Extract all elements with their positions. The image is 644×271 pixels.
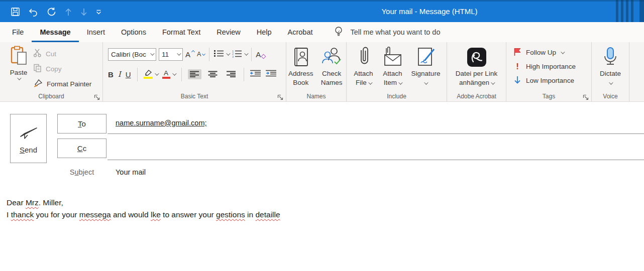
attach-item-button[interactable]: AttachItem <box>379 45 406 87</box>
save-icon[interactable] <box>11 8 20 16</box>
basic-text-dialog-launcher-icon[interactable] <box>277 93 283 99</box>
font-name-value: Calibri (Boc <box>111 51 146 58</box>
bullets-dropdown-icon <box>227 51 231 55</box>
paperclip-icon <box>357 45 370 69</box>
bullets-button[interactable] <box>213 49 229 59</box>
font-size-value: 11 <box>162 51 169 58</box>
attach-file-button[interactable]: AttachFile <box>350 45 377 87</box>
basic-text-row2: B I U A <box>108 67 277 81</box>
font-color-button[interactable]: A <box>162 70 175 79</box>
highlight-button[interactable] <box>144 70 158 79</box>
clear-formatting-icon <box>261 54 266 59</box>
paste-button[interactable]: Paste <box>6 46 31 80</box>
follow-up-button[interactable]: Follow Up <box>513 47 576 58</box>
increase-indent-button[interactable] <box>266 70 277 79</box>
tab-insert[interactable]: Insert <box>79 22 113 42</box>
decrease-indent-button[interactable] <box>250 70 261 79</box>
message-body[interactable]: Dear Mrz. Miller,I thanck you for your m… <box>7 197 280 221</box>
outlook-message-window: Your mail - Message (HTML) FileMessageIn… <box>0 0 644 271</box>
check-names-button[interactable]: CheckNames <box>317 45 347 87</box>
font-size-dropdown-icon <box>177 51 181 55</box>
names-group-label: Names <box>286 93 346 100</box>
font-color-icon: A <box>162 70 170 79</box>
tell-me-box[interactable]: Tell me what you want to do <box>334 22 441 42</box>
clear-formatting-letter: A <box>256 50 261 59</box>
high-importance-button[interactable]: ! High Importance <box>513 61 576 72</box>
clipboard-dialog-launcher-icon[interactable] <box>94 93 100 99</box>
bold-button[interactable]: B <box>108 70 114 79</box>
font-name-select[interactable]: Calibri (Boc <box>108 48 156 61</box>
dictate-button[interactable]: Dictate <box>595 45 625 87</box>
numbering-icon: 123 <box>232 49 242 60</box>
font-size-select[interactable]: 11 <box>159 48 183 61</box>
font-name-dropdown-icon <box>150 51 154 55</box>
subject-field[interactable]: Your mail <box>116 168 146 176</box>
grow-font-button[interactable]: A <box>185 50 194 59</box>
cc-button[interactable]: Cc <box>57 139 106 158</box>
microphone-icon <box>603 45 618 69</box>
acrobat-icon <box>467 45 487 69</box>
copy-button: Copy <box>33 61 91 76</box>
tab-options[interactable]: Options <box>113 22 154 42</box>
to-recipient[interactable]: name.surname@gmail.com; <box>116 119 207 127</box>
body-line: I thanck you for your messega and would … <box>7 209 280 221</box>
group-voice: Dictate Voice <box>592 42 629 101</box>
tab-format-text[interactable]: Format Text <box>154 22 208 42</box>
to-button[interactable]: To <box>57 114 106 133</box>
address-book-button[interactable]: AddressBook <box>286 45 315 87</box>
title-bar: Your mail - Message (HTML) <box>0 0 644 22</box>
underline-button[interactable]: U <box>126 70 131 79</box>
align-left-button[interactable] <box>188 69 201 79</box>
shrink-font-button[interactable]: A <box>197 51 205 58</box>
tags-group-label: Tags <box>506 93 591 100</box>
include-group-label: Include <box>347 93 447 100</box>
up-arrow-icon <box>65 8 72 17</box>
to-field[interactable] <box>108 133 644 134</box>
customize-qat-icon[interactable] <box>96 10 101 15</box>
numbering-button[interactable]: 123 <box>232 49 247 60</box>
misspelled-word: detaille <box>255 210 280 219</box>
increase-indent-icon <box>266 70 277 77</box>
down-arrow-icon <box>80 8 87 17</box>
voice-group-label: Voice <box>592 93 629 100</box>
clear-formatting-button[interactable]: A <box>256 50 265 59</box>
body-text: you for your <box>34 210 79 219</box>
clipboard-commands: Cut Copy Format Painter <box>33 46 91 91</box>
body-text: Dear <box>7 198 26 207</box>
ribbon-empty-area <box>629 42 644 101</box>
highlight-dropdown-icon <box>155 71 159 75</box>
send-button[interactable]: Send <box>10 114 47 163</box>
tell-me-label: Tell me what you want to do <box>351 28 441 36</box>
high-importance-icon: ! <box>513 62 521 72</box>
italic-button[interactable]: I <box>118 70 121 79</box>
check-names-icon <box>321 45 342 69</box>
misspelled-word: gestions <box>216 210 245 219</box>
body-text: in <box>245 210 256 219</box>
tags-dialog-launcher-icon[interactable] <box>583 93 589 99</box>
misspelled-word: lke <box>151 210 161 219</box>
cc-field[interactable] <box>108 160 644 160</box>
tab-review[interactable]: Review <box>208 22 249 42</box>
align-center-button[interactable] <box>206 69 220 79</box>
cut-button: Cut <box>33 46 91 61</box>
align-right-button[interactable] <box>224 69 238 79</box>
titlebar-edge <box>639 0 644 22</box>
highlight-icon <box>144 70 153 79</box>
tab-acrobat[interactable]: Acrobat <box>280 22 321 42</box>
tab-message[interactable]: Message <box>32 22 78 42</box>
send-plane-icon <box>19 123 39 142</box>
group-clipboard: Paste Cut Copy Format Painter Clipboard <box>0 42 103 101</box>
grow-font-icon <box>191 50 195 53</box>
low-importance-button[interactable]: Low Importance <box>513 75 576 86</box>
signature-dropdown-icon <box>424 80 428 84</box>
tab-help[interactable]: Help <box>249 22 280 42</box>
signature-button[interactable]: Signature <box>408 45 444 87</box>
undo-icon[interactable] <box>28 8 38 17</box>
font-color-dropdown-icon <box>172 71 176 75</box>
tab-file[interactable]: File <box>4 22 32 42</box>
copy-label: Copy <box>46 65 62 73</box>
attach-via-link-button[interactable]: Datei per Linkanhängen <box>449 45 504 87</box>
attach-via-link-dropdown-icon <box>491 80 495 84</box>
redo-icon[interactable] <box>47 7 56 17</box>
format-painter-button[interactable]: Format Painter <box>33 76 91 91</box>
